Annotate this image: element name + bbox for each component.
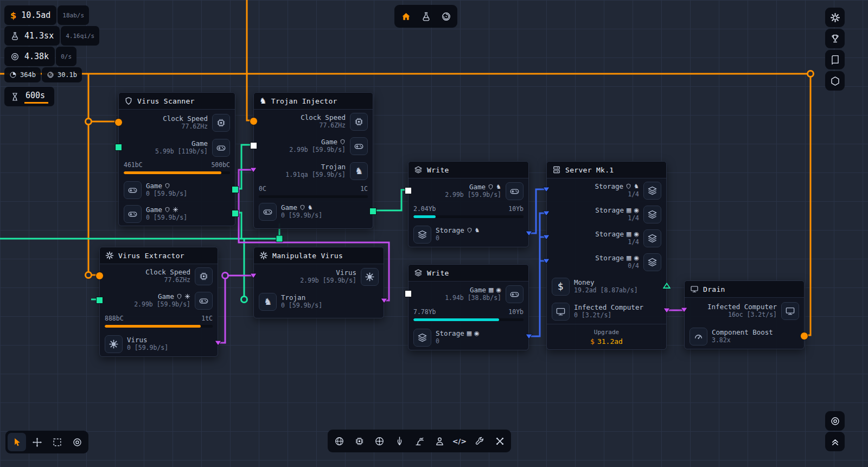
node-virus-extractor[interactable]: Virus Extractor Clock Speed77.6ZHz Game2… bbox=[99, 247, 218, 357]
progress-max: 10Yb bbox=[508, 205, 524, 213]
row-label: Game bbox=[469, 184, 486, 191]
node-drain[interactable]: Drain Infected Computer16oc [3.2t/s] Com… bbox=[684, 280, 805, 349]
node-write-2[interactable]: Write Game▦◉1.94b [38.8b/s] 7.78Yb10Yb S… bbox=[408, 264, 529, 350]
boost-output-port[interactable] bbox=[800, 332, 808, 340]
row-value: 2.99b [59.9b/s] bbox=[445, 192, 501, 199]
storage-input-port-1[interactable] bbox=[542, 187, 550, 193]
storage-input-port-3[interactable] bbox=[542, 234, 550, 240]
virus-tag-icon bbox=[173, 207, 178, 213]
collapse-button[interactable] bbox=[825, 432, 845, 451]
hexagon-button[interactable] bbox=[825, 71, 845, 91]
category-person[interactable] bbox=[430, 432, 449, 450]
row-label: Virus bbox=[127, 337, 148, 344]
row-label: Game bbox=[146, 207, 162, 214]
progress-max: 10Yb bbox=[508, 308, 524, 316]
virus-tag-icon bbox=[184, 293, 190, 299]
category-chip[interactable] bbox=[350, 432, 368, 450]
pointer-tool[interactable] bbox=[8, 433, 26, 451]
storage-output-port[interactable] bbox=[525, 334, 533, 340]
money-output-port[interactable] bbox=[663, 283, 671, 289]
server-icon bbox=[552, 165, 561, 174]
achievements-button[interactable] bbox=[825, 29, 845, 48]
game-input-port[interactable] bbox=[405, 187, 412, 194]
category-wrench[interactable] bbox=[470, 432, 489, 450]
row-label: Storage bbox=[595, 255, 624, 262]
move-tool[interactable] bbox=[28, 433, 46, 451]
row-value: 1/4 bbox=[628, 191, 639, 198]
circle-tool[interactable] bbox=[68, 433, 86, 451]
storage-input-port-2[interactable] bbox=[542, 210, 550, 216]
center-view-button[interactable] bbox=[825, 411, 845, 431]
wrench-icon bbox=[475, 436, 485, 446]
clock-input-port[interactable] bbox=[95, 272, 104, 280]
home-button[interactable] bbox=[397, 7, 415, 25]
category-crossed-tools[interactable] bbox=[490, 432, 509, 450]
progress: 461bC500bC bbox=[119, 159, 235, 178]
guide-button[interactable] bbox=[825, 50, 845, 69]
clock-input-port[interactable] bbox=[250, 117, 258, 125]
infected-input-port[interactable] bbox=[680, 307, 688, 313]
stack-icon bbox=[413, 226, 431, 244]
category-robot-arm[interactable] bbox=[410, 432, 429, 450]
node-manipulate-virus[interactable]: Manipulate Virus Virus2.99b [59.9b/s] ♞ … bbox=[253, 247, 384, 318]
progress-current: 461bC bbox=[124, 161, 143, 169]
row-value: 0 [59.9b/s] bbox=[146, 215, 187, 221]
shield-tag-icon bbox=[488, 184, 494, 190]
upgrade-button[interactable]: Upgrade $31.2ad bbox=[547, 324, 666, 349]
virus-input-port[interactable] bbox=[250, 273, 257, 279]
disc-tag-icon: ◉ bbox=[634, 207, 639, 213]
game-output-port[interactable] bbox=[369, 208, 376, 215]
category-mixer[interactable] bbox=[390, 432, 409, 450]
row-label: Clock Speed bbox=[301, 114, 346, 121]
stack-icon bbox=[643, 253, 661, 271]
progress-fill bbox=[413, 215, 436, 218]
row-value: 1.91qa [59.9b/s] bbox=[285, 172, 346, 178]
category-globe[interactable] bbox=[330, 432, 348, 450]
row-value: 5.99b [119b/s] bbox=[155, 149, 208, 155]
cpu-icon bbox=[212, 114, 230, 132]
category-code[interactable]: </> bbox=[450, 432, 469, 450]
disc-tag-icon: ◉ bbox=[634, 255, 639, 261]
clock-input-port[interactable] bbox=[114, 118, 123, 126]
trojan-input-port[interactable] bbox=[250, 167, 257, 173]
game-input-port[interactable] bbox=[115, 144, 122, 151]
storage-input-port-4[interactable] bbox=[542, 258, 550, 264]
node-trojan-injector[interactable]: ♞Trojan Injector Clock Speed77.6ZHz Game… bbox=[253, 92, 373, 229]
storage-output-port[interactable] bbox=[525, 231, 533, 236]
game-input-port[interactable] bbox=[96, 297, 103, 304]
game-virus-output-port[interactable] bbox=[232, 210, 239, 217]
game-shield-output-port[interactable] bbox=[232, 186, 239, 193]
aperture-button[interactable] bbox=[437, 7, 455, 25]
gear-icon bbox=[105, 251, 114, 260]
game-input-port[interactable] bbox=[250, 142, 257, 149]
trojan-output-port[interactable] bbox=[380, 298, 388, 304]
category-wheel[interactable] bbox=[370, 432, 388, 450]
node-virus-scanner[interactable]: Virus Scanner Clock Speed77.6ZHz Game5.9… bbox=[118, 92, 235, 226]
game-input-port[interactable] bbox=[405, 290, 412, 297]
marquee-tool[interactable] bbox=[48, 433, 66, 451]
row-label: Component Boost bbox=[712, 329, 773, 336]
infected-output-port[interactable] bbox=[663, 308, 671, 314]
stack-icon bbox=[643, 206, 661, 223]
row-value: 0 [59.9b/s] bbox=[146, 191, 187, 197]
upgrade-cost: 31.2ad bbox=[597, 337, 623, 346]
row-label: Game bbox=[470, 287, 486, 294]
pie-icon bbox=[9, 71, 17, 79]
gamepad-icon bbox=[506, 182, 524, 200]
node-server-mk1[interactable]: Server Mk.1 Storage♞1/4 Storage▦◉1/4 Sto… bbox=[546, 161, 667, 350]
dollar-icon: $ bbox=[590, 337, 595, 346]
timer-panel: 600s bbox=[4, 87, 54, 106]
knight-tag-icon: ♞ bbox=[475, 227, 480, 233]
row-value: 0 bbox=[436, 338, 439, 345]
grid-tag-icon: ▦ bbox=[626, 231, 631, 237]
progress-max: 500bC bbox=[211, 161, 230, 169]
category-bar: </> bbox=[328, 430, 511, 452]
settings-button[interactable] bbox=[825, 8, 845, 27]
knight-tag-icon: ♞ bbox=[496, 184, 501, 190]
research-button[interactable] bbox=[417, 7, 435, 25]
resource-rings: 4.38k 0/s bbox=[4, 47, 76, 66]
node-write-1[interactable]: Write Game♞2.99b [59.9b/s] 2.04Yb10Yb St… bbox=[408, 161, 529, 247]
progress: 0C1C bbox=[254, 183, 373, 200]
virus-output-port[interactable] bbox=[214, 340, 222, 346]
virus-icon bbox=[105, 335, 123, 353]
